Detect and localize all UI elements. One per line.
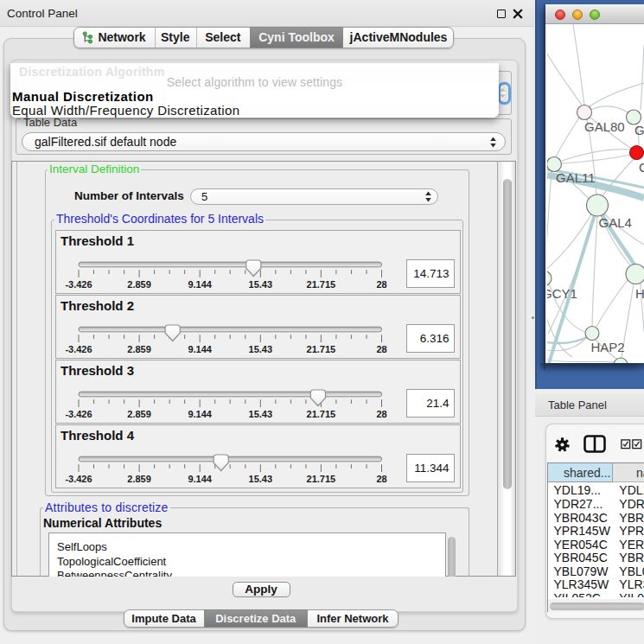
svg-text:15.43: 15.43	[249, 344, 273, 354]
svg-text:21.715: 21.715	[307, 344, 336, 354]
svg-text:9.144: 9.144	[188, 344, 212, 354]
svg-text:9.144: 9.144	[188, 409, 212, 419]
svg-text:2.859: 2.859	[127, 474, 151, 484]
svg-text:9.144: 9.144	[188, 279, 212, 290]
svg-text:21.715: 21.715	[307, 409, 336, 419]
svg-text:28: 28	[376, 344, 386, 354]
svg-text:HAP2: HAP2	[591, 340, 625, 354]
svg-text:21.715: 21.715	[307, 279, 336, 290]
svg-text:28: 28	[376, 409, 386, 419]
svg-text:2.859: 2.859	[127, 409, 151, 419]
svg-text:15.43: 15.43	[249, 279, 273, 290]
svg-text:9.144: 9.144	[188, 474, 212, 484]
svg-text:2.859: 2.859	[127, 279, 151, 290]
svg-text:28: 28	[376, 474, 386, 484]
svg-text:15.43: 15.43	[249, 409, 273, 419]
svg-text:-3.426: -3.426	[65, 409, 92, 419]
svg-text:-3.426: -3.426	[65, 474, 92, 484]
svg-text:GCY1: GCY1	[547, 286, 577, 301]
svg-text:GAL80: GAL80	[584, 119, 625, 134]
svg-text:C: C	[639, 160, 644, 175]
svg-text:GAL4: GAL4	[599, 215, 632, 230]
svg-text:21.715: 21.715	[307, 474, 336, 484]
svg-text:-3.426: -3.426	[65, 279, 92, 290]
svg-text:GAL11: GAL11	[556, 170, 596, 185]
svg-text:28: 28	[376, 279, 386, 290]
svg-text:H: H	[635, 286, 644, 301]
svg-text:GA: GA	[634, 123, 644, 137]
svg-text:2.859: 2.859	[127, 344, 151, 354]
svg-text:-3.426: -3.426	[65, 344, 92, 354]
svg-text:15.43: 15.43	[249, 474, 273, 484]
